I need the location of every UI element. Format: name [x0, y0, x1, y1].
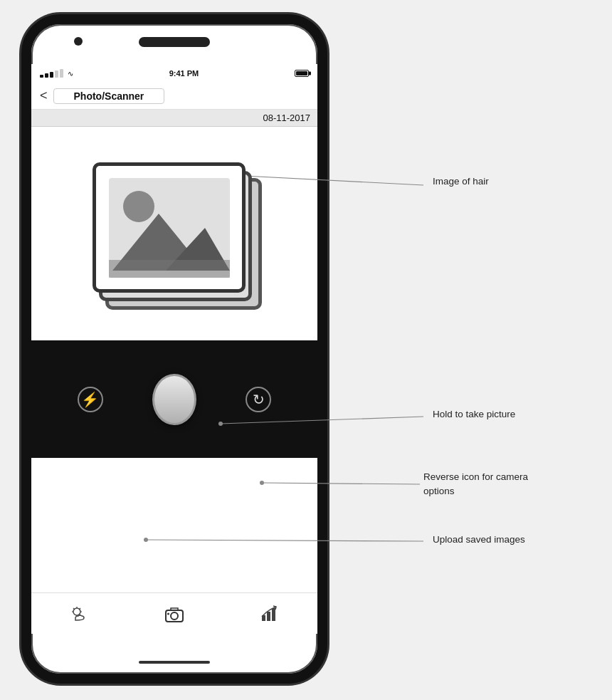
signal-dot-5	[60, 69, 63, 78]
stats-icon	[260, 605, 279, 622]
annotation-hold-to-take-picture: Hold to take picture	[433, 407, 515, 422]
photo-card-front[interactable]	[93, 162, 246, 293]
tab-weather[interactable]	[70, 606, 88, 622]
status-left: ∿	[40, 69, 73, 78]
camera-controls: ⚡ ↻	[31, 374, 317, 425]
camera-area: ⚡ ↻	[31, 340, 317, 458]
back-button[interactable]: <	[40, 88, 48, 103]
tab-stats[interactable]	[260, 605, 279, 622]
svg-rect-4	[109, 260, 230, 278]
status-right	[295, 70, 309, 77]
image-placeholder-svg	[109, 178, 230, 278]
tab-bar	[31, 592, 317, 634]
photo-stack	[93, 162, 256, 305]
signal-dot-2	[45, 73, 48, 78]
nav-title: Photo/Scanner	[53, 88, 165, 104]
battery-fill	[296, 71, 307, 75]
wifi-icon: ∿	[68, 70, 73, 78]
status-bar: ∿ 9:41 PM	[31, 64, 317, 83]
reverse-camera-button[interactable]: ↻	[246, 387, 271, 412]
svg-rect-17	[267, 612, 270, 621]
image-area	[31, 127, 317, 340]
date-label: 08-11-2017	[263, 113, 311, 123]
nav-bar: < Photo/Scanner	[31, 83, 317, 110]
date-bar: 08-11-2017	[31, 110, 317, 127]
speaker	[139, 37, 210, 47]
status-time: 9:41 PM	[169, 69, 199, 78]
signal-dot-3	[50, 72, 53, 78]
annotation-image-of-hair: Image of hair	[433, 174, 489, 189]
flash-button[interactable]: ⚡	[78, 387, 103, 412]
flash-icon: ⚡	[81, 391, 99, 408]
annotation-upload-saved-images: Upload saved images	[433, 533, 525, 547]
tab-camera[interactable]	[164, 605, 184, 622]
svg-rect-18	[272, 608, 275, 621]
signal-dots	[40, 69, 63, 78]
front-camera-dot	[74, 37, 83, 46]
camera-tab-icon	[164, 605, 184, 622]
weather-icon	[70, 606, 88, 622]
svg-point-14	[171, 612, 178, 620]
svg-point-15	[167, 612, 169, 615]
battery-icon	[295, 70, 309, 77]
phone-shell: ∿ 9:41 PM < Photo/Scanner 08-11-2017	[21, 14, 327, 684]
signal-dot-1	[40, 75, 43, 78]
screen: ∿ 9:41 PM < Photo/Scanner 08-11-2017	[31, 64, 317, 634]
reverse-icon: ↻	[253, 391, 265, 408]
shutter-button[interactable]	[152, 374, 196, 425]
annotation-reverse-icon: Reverse icon for cameraoptions	[423, 470, 528, 499]
signal-dot-4	[55, 70, 58, 78]
home-bar	[139, 661, 210, 664]
svg-point-1	[123, 191, 154, 222]
